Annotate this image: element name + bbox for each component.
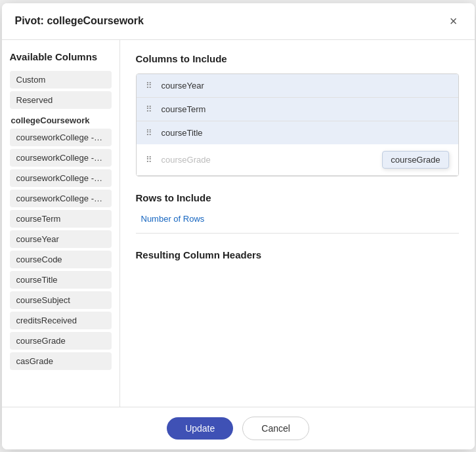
sidebar-item[interactable]: courseworkCollege - C... [10, 129, 112, 146]
sidebar-item[interactable]: courseCode [10, 251, 112, 268]
ghost-column-name: courseGrade [162, 155, 376, 165]
column-name: courseTitle [162, 128, 449, 138]
sidebar-top-items: CustomReserved [10, 71, 112, 109]
update-button[interactable]: Update [167, 417, 233, 440]
sidebar-item[interactable]: courseworkCollege - P... [10, 169, 112, 187]
sidebar-item[interactable]: casGrade [10, 352, 112, 370]
sidebar-heading: Available Columns [10, 51, 112, 64]
sidebar-item[interactable]: Custom [10, 71, 112, 89]
sidebar-item[interactable]: courseworkCollege - N... [10, 149, 112, 167]
sidebar-item[interactable]: courseSubject [10, 291, 112, 309]
drag-handle[interactable]: ⠿ [146, 104, 155, 114]
sidebar-item[interactable]: courseTitle [10, 271, 112, 289]
column-row: ⠿courseYear [137, 74, 458, 98]
dialog-footer: Update Cancel [2, 407, 475, 449]
column-row: ⠿courseTerm [137, 98, 458, 121]
sidebar-list-items: courseworkCollege - C...courseworkColleg… [10, 129, 112, 370]
rows-section-title: Rows to Include [136, 192, 459, 203]
dialog-title: Pivot: collegeCoursework [15, 15, 144, 27]
column-row: ⠿courseTitle [137, 121, 458, 144]
drag-handle-ghost: ⠿ [146, 155, 155, 165]
sidebar-item[interactable]: courseYear [10, 230, 112, 248]
dialog-header: Pivot: collegeCoursework × [2, 3, 475, 40]
cancel-button[interactable]: Cancel [242, 417, 309, 440]
columns-container: ⠿courseYear⠿courseTerm⠿courseTitle ⠿ cou… [136, 73, 459, 176]
sidebar-item[interactable]: creditsReceived [10, 312, 112, 329]
column-name: courseYear [162, 81, 449, 91]
sidebar-item[interactable]: courseworkCollege - C... [10, 190, 112, 207]
resulting-section-title: Resulting Column Headers [136, 249, 459, 260]
number-of-rows-label[interactable]: Number of Rows [136, 209, 459, 226]
column-rows: ⠿courseYear⠿courseTerm⠿courseTitle [137, 74, 458, 144]
pivot-dialog: Pivot: collegeCoursework × Available Col… [2, 3, 475, 449]
ghost-row: ⠿ courseGrade courseGrade [137, 144, 458, 176]
close-button[interactable]: × [446, 12, 462, 30]
sidebar-item[interactable]: Reserved [10, 91, 112, 109]
rows-inner: Number of Rows [136, 209, 459, 234]
column-name: courseTerm [162, 104, 449, 114]
drag-chip: courseGrade [382, 151, 448, 169]
sidebar-section-label: collegeCoursework [10, 115, 112, 125]
drag-handle[interactable]: ⠿ [146, 81, 155, 91]
columns-section-title: Columns to Include [136, 53, 459, 64]
sidebar-item[interactable]: courseTerm [10, 210, 112, 228]
rows-section: Rows to Include Number of Rows [136, 192, 459, 234]
resulting-section: Resulting Column Headers [136, 249, 459, 260]
sidebar: Available Columns CustomReserved college… [2, 40, 120, 407]
sidebar-item[interactable]: courseGrade [10, 332, 112, 350]
drag-handle[interactable]: ⠿ [146, 128, 155, 138]
dialog-body: Available Columns CustomReserved college… [2, 40, 475, 407]
main-content: Columns to Include ⠿courseYear⠿courseTer… [120, 40, 475, 407]
